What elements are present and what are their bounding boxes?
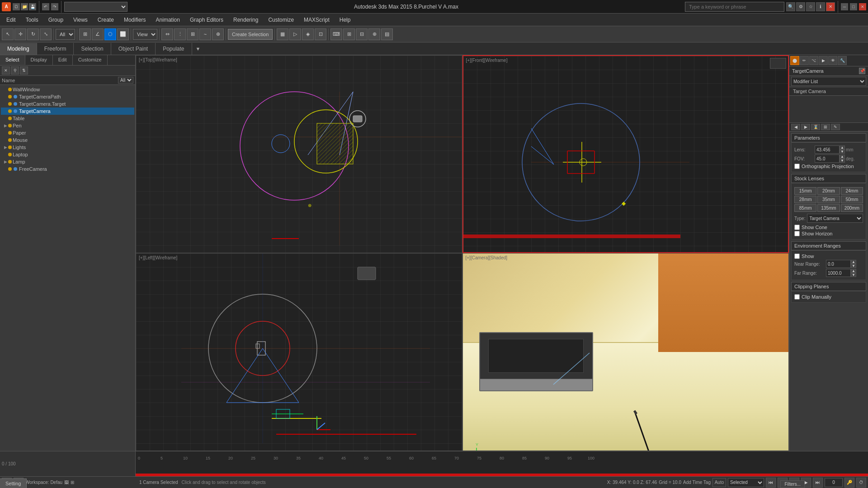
close-btn[interactable]: ✕ bbox=[826, 2, 835, 11]
tools-5[interactable]: ▤ bbox=[381, 28, 393, 40]
open-btn[interactable]: 📁 bbox=[21, 3, 28, 10]
frame-input[interactable] bbox=[825, 478, 843, 487]
close-window-btn[interactable]: ✕ bbox=[859, 3, 866, 10]
maximize-btn[interactable]: □ bbox=[850, 3, 857, 10]
filters-btn[interactable]: Filters... bbox=[780, 480, 805, 488]
settings-icon[interactable]: ⚙ bbox=[796, 2, 805, 11]
ref-coord[interactable]: ⊕ bbox=[212, 28, 224, 40]
tree-item-paper[interactable]: Paper bbox=[1, 129, 134, 136]
tools-2[interactable]: ⊞ bbox=[343, 28, 355, 40]
parameters-title[interactable]: Parameters bbox=[791, 133, 866, 142]
scroll-right-btn[interactable]: ▶ bbox=[801, 124, 810, 130]
viewport-top[interactable]: [+][Top][Wireframe] bbox=[136, 55, 462, 253]
curve-editor[interactable]: ~ bbox=[199, 28, 211, 40]
menu-views[interactable]: Views bbox=[69, 15, 92, 25]
tab-populate[interactable]: Populate bbox=[156, 43, 192, 55]
lens-135mm[interactable]: 135mm bbox=[817, 204, 840, 212]
play-fwd-btn[interactable]: ⏭ bbox=[813, 478, 823, 488]
lens-down-arrow[interactable]: ▼ bbox=[840, 150, 845, 154]
workspace-icon-bottom[interactable]: 🖽 bbox=[64, 480, 69, 485]
search-input[interactable] bbox=[685, 2, 784, 12]
scroll-camera3[interactable]: ✎ bbox=[831, 124, 840, 130]
tab-modeling[interactable]: Modeling bbox=[0, 43, 37, 55]
render-btn[interactable]: ▷ bbox=[289, 28, 301, 40]
select-tool[interactable]: ↖ bbox=[2, 28, 14, 40]
explorer-tab-customize[interactable]: Customize bbox=[73, 55, 108, 65]
lens-50mm[interactable]: 50mm bbox=[841, 196, 863, 203]
move-tool[interactable]: ✛ bbox=[14, 28, 26, 40]
viewport-panel-ctrl[interactable] bbox=[770, 58, 786, 69]
lens-20mm[interactable]: 20mm bbox=[817, 187, 840, 195]
tools-4[interactable]: ⊕ bbox=[368, 28, 380, 40]
play-back-btn[interactable]: ⏮ bbox=[766, 478, 776, 488]
panel-icon-display[interactable]: 👁 bbox=[828, 56, 837, 65]
minimize-btn[interactable]: ─ bbox=[841, 3, 848, 10]
show-cone-checkbox[interactable] bbox=[794, 225, 800, 230]
rotate-tool[interactable]: ↻ bbox=[27, 28, 39, 40]
lens-35mm[interactable]: 35mm bbox=[817, 196, 840, 203]
menu-animation[interactable]: Animation bbox=[151, 15, 184, 25]
selected-dropdown[interactable]: Selected bbox=[728, 478, 764, 487]
close-explorer-btn[interactable]: ✕ bbox=[2, 66, 10, 75]
filter-select[interactable]: All bbox=[118, 77, 133, 84]
search-icon[interactable]: 🔍 bbox=[786, 2, 795, 11]
show-env-checkbox[interactable] bbox=[794, 253, 800, 259]
near-up[interactable]: ▲ bbox=[851, 260, 856, 264]
tab-more[interactable]: ▼ bbox=[192, 43, 204, 54]
tree-item-lights[interactable]: ▶ Lights bbox=[1, 144, 134, 151]
render-setup[interactable]: ▦ bbox=[277, 28, 288, 40]
filter-dropdown[interactable]: All bbox=[56, 29, 75, 40]
viewport-front[interactable]: [+][Front][Wireframe] bbox=[462, 55, 789, 253]
lens-15mm[interactable]: 15mm bbox=[794, 187, 816, 195]
lens-value-input[interactable]: 43.456 bbox=[815, 145, 840, 154]
tree-item-lamp[interactable]: ▶ Lamp bbox=[1, 158, 134, 165]
fov-value-input[interactable]: 45.0 bbox=[815, 155, 840, 163]
menu-rendering[interactable]: Rendering bbox=[229, 15, 263, 25]
star-icon[interactable]: ☆ bbox=[806, 2, 815, 11]
tree-item-wallwindow[interactable]: WallWindow bbox=[1, 86, 134, 93]
render-frame[interactable]: ⊡ bbox=[315, 28, 326, 40]
menu-customize[interactable]: Customize bbox=[264, 15, 298, 25]
explorer-tab-edit[interactable]: Edit bbox=[53, 55, 73, 65]
modifier-list-dropdown[interactable]: Modifier List bbox=[791, 77, 866, 86]
tree-item-table[interactable]: Table bbox=[1, 115, 134, 122]
menu-tools[interactable]: Tools bbox=[21, 15, 43, 25]
tree-item-laptop[interactable]: Laptop bbox=[1, 151, 134, 158]
tree-item-targetcameratarget[interactable]: TargetCamera.Target bbox=[1, 100, 134, 108]
sort-icon[interactable]: ⇅ bbox=[20, 66, 28, 75]
panel-icon-create[interactable]: ⬤ bbox=[790, 56, 799, 65]
key-mode-btn[interactable]: 🔑 bbox=[844, 478, 854, 488]
far-range-input[interactable] bbox=[826, 269, 851, 277]
panel-icon-hierarchy[interactable]: ⌥ bbox=[809, 56, 818, 65]
panel-icon-motion[interactable]: ▶ bbox=[819, 56, 828, 65]
redo-btn[interactable]: ↷ bbox=[51, 3, 58, 10]
add-time-tag[interactable]: Add Time Tag bbox=[683, 480, 711, 485]
show-horizon-checkbox[interactable] bbox=[794, 231, 800, 236]
tab-freeform[interactable]: Freeform bbox=[37, 43, 74, 55]
filter-icon[interactable]: ⚲ bbox=[11, 66, 19, 75]
type-dropdown[interactable]: Target Camera Free Camera bbox=[807, 214, 863, 223]
setting-tab[interactable]: Setting bbox=[0, 479, 27, 488]
lens-85mm[interactable]: 85mm bbox=[794, 204, 816, 212]
near-down[interactable]: ▼ bbox=[851, 264, 856, 268]
workspace-dropdown[interactable]: Workspace: Default bbox=[64, 2, 127, 12]
explorer-tab-display[interactable]: Display bbox=[25, 55, 53, 65]
scroll-camera1[interactable]: ⌛ bbox=[811, 124, 820, 130]
expand-arrow[interactable]: ▶ bbox=[3, 123, 8, 128]
tools-1[interactable]: ⌨ bbox=[330, 28, 342, 40]
create-selection-btn[interactable]: Create Selection bbox=[228, 29, 273, 40]
menu-help[interactable]: Help bbox=[335, 15, 355, 25]
select-region[interactable]: ⬡ bbox=[104, 28, 116, 40]
explorer-tab-select[interactable]: Select bbox=[0, 55, 25, 65]
material-editor[interactable]: ◈ bbox=[302, 28, 314, 40]
tree-item-targetcamera[interactable]: TargetCamera bbox=[1, 108, 134, 115]
expand-arrow[interactable]: ▶ bbox=[3, 160, 8, 164]
workspace-grid-bottom[interactable]: ⊞ bbox=[71, 480, 74, 485]
tree-item-mouse[interactable]: Mouse bbox=[1, 136, 134, 144]
far-down[interactable]: ▼ bbox=[851, 273, 856, 277]
undo-btn[interactable]: ↶ bbox=[42, 3, 49, 10]
env-ranges-title[interactable]: Environment Ranges bbox=[791, 241, 866, 250]
menu-edit[interactable]: Edit bbox=[2, 15, 20, 25]
fov-up-arrow[interactable]: ▲ bbox=[840, 155, 845, 159]
lens-200mm[interactable]: 200mm bbox=[841, 204, 863, 212]
